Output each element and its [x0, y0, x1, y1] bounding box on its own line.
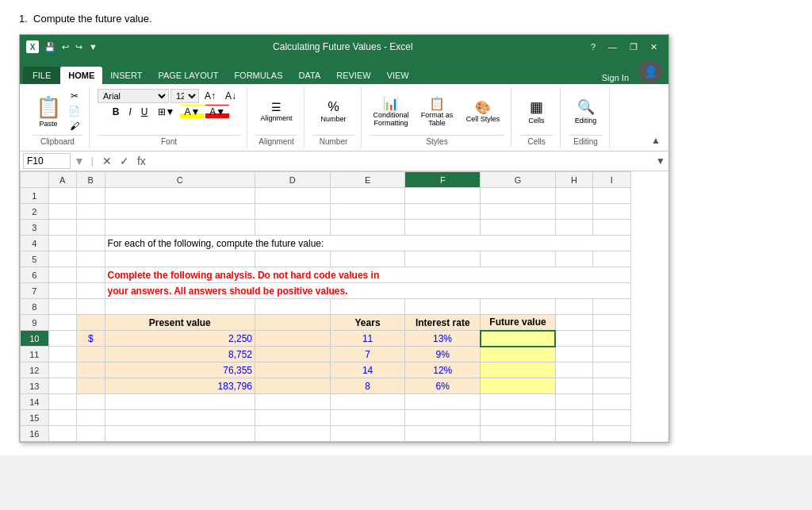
- formula-function-btn[interactable]: fx: [135, 155, 148, 167]
- col-header-f[interactable]: F: [405, 172, 481, 188]
- cell-g14[interactable]: [481, 394, 556, 410]
- cell-i16[interactable]: [593, 426, 630, 442]
- cell-h12[interactable]: [555, 362, 592, 378]
- cell-h14[interactable]: [555, 394, 592, 410]
- cell-h8[interactable]: [555, 299, 592, 315]
- cell-e3[interactable]: [330, 220, 405, 236]
- col-header-d[interactable]: D: [255, 172, 330, 188]
- cell-g10[interactable]: [481, 331, 556, 347]
- cell-i10[interactable]: [593, 331, 630, 347]
- cell-c4[interactable]: For each of the following, compute the f…: [105, 236, 630, 251]
- tab-data[interactable]: DATA: [291, 67, 329, 84]
- cell-f9[interactable]: Interest rate: [405, 315, 481, 331]
- bold-btn[interactable]: B: [109, 105, 124, 119]
- cell-e5[interactable]: [330, 251, 405, 267]
- col-header-i[interactable]: I: [593, 172, 630, 188]
- tab-file[interactable]: FILE: [23, 67, 60, 84]
- borders-btn[interactable]: ⊞▼: [154, 105, 179, 119]
- cell-a16[interactable]: [48, 426, 77, 442]
- cell-i9[interactable]: [593, 315, 630, 331]
- collapse-ribbon-btn[interactable]: ▲: [649, 133, 662, 148]
- decrease-font-btn[interactable]: A↓: [221, 89, 240, 103]
- restore-btn[interactable]: ❐: [625, 40, 642, 54]
- col-header-a[interactable]: A: [48, 172, 77, 188]
- cut-btn[interactable]: ✂: [66, 89, 82, 103]
- italic-btn[interactable]: I: [125, 105, 136, 119]
- cell-e16[interactable]: [330, 426, 405, 442]
- cell-d10[interactable]: [255, 331, 330, 347]
- cell-h11[interactable]: [555, 347, 592, 362]
- cell-g15[interactable]: [481, 410, 556, 426]
- cell-c11[interactable]: 8,752: [105, 347, 255, 362]
- tab-review[interactable]: REVIEW: [328, 67, 378, 84]
- cell-d9[interactable]: [255, 315, 330, 331]
- cell-f13[interactable]: 6%: [405, 378, 481, 394]
- cell-c2[interactable]: [105, 204, 255, 220]
- cell-d14[interactable]: [255, 394, 330, 410]
- formula-confirm-btn[interactable]: ✓: [117, 155, 132, 167]
- col-header-b[interactable]: B: [77, 172, 105, 188]
- cell-f1[interactable]: [405, 188, 481, 204]
- cell-i5[interactable]: [593, 251, 630, 267]
- cell-b9[interactable]: [77, 315, 105, 331]
- cell-g16[interactable]: [481, 426, 556, 442]
- cell-c13[interactable]: 183,796: [105, 378, 255, 394]
- paste-btn[interactable]: 📋 Paste: [33, 94, 64, 129]
- cell-c8[interactable]: [105, 299, 255, 315]
- cell-h10[interactable]: [555, 331, 592, 347]
- cell-c5[interactable]: [105, 251, 255, 267]
- cell-b10[interactable]: $: [77, 331, 105, 347]
- close-btn[interactable]: ✕: [645, 40, 662, 54]
- cell-a10[interactable]: [48, 331, 77, 347]
- tab-insert[interactable]: INSERT: [102, 67, 150, 84]
- cell-i12[interactable]: [593, 362, 630, 378]
- editing-btn[interactable]: 🔍 Editing: [572, 97, 600, 126]
- cell-c14[interactable]: [105, 394, 255, 410]
- cell-e12[interactable]: 14: [330, 362, 405, 378]
- col-header-g[interactable]: G: [481, 172, 556, 188]
- cell-g5[interactable]: [481, 251, 556, 267]
- cell-e14[interactable]: [330, 394, 405, 410]
- number-btn[interactable]: % Number: [318, 98, 350, 125]
- cell-a5[interactable]: [48, 251, 77, 267]
- cell-a11[interactable]: [48, 347, 77, 362]
- cell-b2[interactable]: [77, 204, 105, 220]
- cell-h15[interactable]: [555, 410, 592, 426]
- cell-b14[interactable]: [77, 394, 105, 410]
- cell-a4[interactable]: [48, 236, 77, 251]
- cell-b6[interactable]: [77, 267, 105, 283]
- cell-a12[interactable]: [48, 362, 77, 378]
- cell-e2[interactable]: [330, 204, 405, 220]
- cell-i8[interactable]: [593, 299, 630, 315]
- cell-e11[interactable]: 7: [330, 347, 405, 362]
- cell-e15[interactable]: [330, 410, 405, 426]
- increase-font-btn[interactable]: A↑: [201, 89, 220, 103]
- cell-f14[interactable]: [405, 394, 481, 410]
- cell-a7[interactable]: [48, 283, 77, 299]
- cell-c16[interactable]: [105, 426, 255, 442]
- cell-f5[interactable]: [405, 251, 481, 267]
- cell-e1[interactable]: [330, 188, 405, 204]
- name-box[interactable]: F10: [23, 153, 71, 169]
- cell-c12[interactable]: 76,355: [105, 362, 255, 378]
- cell-h2[interactable]: [555, 204, 592, 220]
- cell-d12[interactable]: [255, 362, 330, 378]
- cell-c1[interactable]: [105, 188, 255, 204]
- cell-g3[interactable]: [481, 220, 556, 236]
- sign-in-btn[interactable]: Sign In: [596, 71, 635, 84]
- cell-c9[interactable]: Present value: [105, 315, 255, 331]
- cell-b12[interactable]: [77, 362, 105, 378]
- cell-c3[interactable]: [105, 220, 255, 236]
- cell-c15[interactable]: [105, 410, 255, 426]
- cell-g13[interactable]: [481, 378, 556, 394]
- cell-d13[interactable]: [255, 378, 330, 394]
- cell-f12[interactable]: 12%: [405, 362, 481, 378]
- cell-g9[interactable]: Future value: [481, 315, 556, 331]
- customize-quick-btn[interactable]: ▼: [86, 40, 100, 53]
- cell-c7[interactable]: your answers. All answers should be posi…: [105, 283, 630, 299]
- cell-d15[interactable]: [255, 410, 330, 426]
- col-header-e[interactable]: E: [330, 172, 405, 188]
- name-box-dropdown[interactable]: ▼: [74, 155, 85, 167]
- cell-e13[interactable]: 8: [330, 378, 405, 394]
- formula-cancel-btn[interactable]: ✕: [100, 155, 114, 167]
